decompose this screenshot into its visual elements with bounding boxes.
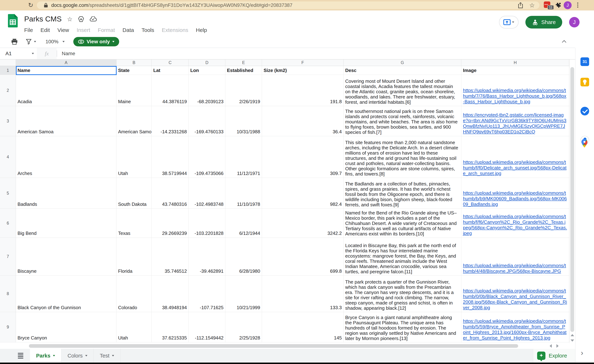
cell-desc[interactable]: Located in Biscayne Bay, this park at th… bbox=[344, 238, 461, 276]
cell-desc[interactable]: This site features more than 2,000 natur… bbox=[344, 136, 461, 178]
menu-extensions[interactable]: Extensions bbox=[162, 27, 188, 33]
tab-parks[interactable]: Parks bbox=[30, 349, 61, 363]
cell-name[interactable]: Big Bend bbox=[16, 209, 116, 238]
cell-desc[interactable]: Bryce Canyon is a giant natural amphithe… bbox=[344, 312, 461, 342]
print-icon[interactable] bbox=[11, 39, 18, 45]
cell-established[interactable]: 2/25/1928 bbox=[225, 312, 262, 342]
cell-established[interactable]: 10/21/1999 bbox=[225, 276, 262, 312]
cell-lon[interactable]: -103.2201828 bbox=[189, 209, 225, 238]
column-header-c[interactable]: C bbox=[152, 60, 189, 66]
browser-profile-avatar[interactable]: J bbox=[564, 1, 572, 9]
tab-colors-caret-icon[interactable] bbox=[85, 355, 87, 357]
address-bar[interactable]: docs.google.com/spreadsheets/d/1gjttBIT4… bbox=[37, 1, 540, 9]
row-number[interactable]: 5 bbox=[0, 178, 16, 209]
present-export-button[interactable] bbox=[499, 16, 519, 28]
cell-state[interactable]: Maine bbox=[116, 75, 152, 106]
cell-established[interactable]: 2/26/1919 bbox=[225, 75, 262, 106]
cell-header-established[interactable]: Established bbox=[225, 66, 262, 75]
cell-image-link[interactable]: https://upload.wikimedia.org/wikipedia/c… bbox=[461, 159, 569, 178]
cell-state[interactable]: Florida bbox=[116, 238, 152, 276]
keep-icon[interactable] bbox=[580, 78, 589, 86]
menu-help[interactable]: Help bbox=[196, 27, 207, 33]
cell-desc[interactable]: The Badlands are a collection of buttes,… bbox=[344, 178, 461, 209]
vertical-scrollbar[interactable] bbox=[569, 60, 575, 343]
column-header-g[interactable]: G bbox=[344, 60, 461, 66]
cell-name[interactable]: Arches bbox=[16, 136, 116, 178]
cell-header-name[interactable]: Name bbox=[16, 66, 116, 75]
cell-established[interactable]: 11/12/1971 bbox=[225, 136, 262, 178]
cell-lat[interactable]: 35.746512 bbox=[152, 238, 189, 276]
formula-input[interactable]: Name bbox=[62, 51, 75, 56]
cell-state[interactable]: American Samoa bbox=[116, 106, 152, 136]
cell-image-link[interactable]: https://upload.wikimedia.org/wikipedia/c… bbox=[461, 288, 569, 312]
cell-header-lat[interactable]: Lat bbox=[152, 66, 189, 75]
vertical-scrollbar-thumb[interactable] bbox=[570, 67, 574, 332]
cell-established[interactable]: 6/12/1944 bbox=[225, 209, 262, 238]
cell-state[interactable]: Utah bbox=[116, 312, 152, 342]
sheets-logo-icon[interactable] bbox=[8, 14, 18, 27]
column-header-b[interactable]: B bbox=[116, 60, 152, 66]
cell-image[interactable]: https://upload.wikimedia.org/wikipedia/c… bbox=[461, 276, 569, 312]
name-box-caret-icon[interactable] bbox=[32, 53, 34, 54]
cell-header-state[interactable]: State bbox=[116, 66, 152, 75]
column-header-d[interactable]: D bbox=[189, 60, 225, 66]
tab-test-caret-icon[interactable] bbox=[112, 355, 114, 357]
tab-test[interactable]: Test bbox=[94, 349, 121, 363]
zoom-control[interactable]: 100% bbox=[46, 39, 65, 45]
row-number[interactable]: 4 bbox=[0, 136, 16, 178]
cell-size[interactable]: 36.4 bbox=[262, 106, 344, 136]
add-shortcut-icon[interactable] bbox=[78, 16, 84, 22]
cell-image-link[interactable]: https://upload.wikimedia.org/wikipedia/c… bbox=[461, 190, 569, 209]
reload-icon[interactable]: ↻ bbox=[27, 1, 35, 9]
row-number[interactable]: 2 bbox=[0, 75, 16, 106]
cell-state[interactable]: Utah bbox=[116, 136, 152, 178]
cell-state[interactable]: Colorado bbox=[116, 276, 152, 312]
cell-size[interactable]: 133.3 bbox=[262, 276, 344, 312]
view-only-button[interactable]: View only bbox=[73, 37, 119, 46]
cell-name[interactable]: Black Canyon of the Gunnison bbox=[16, 276, 116, 312]
column-header-e[interactable]: E bbox=[225, 60, 262, 66]
share-button[interactable]: Share bbox=[525, 16, 562, 28]
row-number[interactable]: 1 bbox=[0, 66, 16, 75]
cell-lat[interactable]: 43.7480316 bbox=[152, 178, 189, 209]
cell-desc[interactable]: The park protects a quarter of the Gunni… bbox=[344, 276, 461, 312]
row-number[interactable]: 3 bbox=[0, 106, 16, 136]
tab-colors[interactable]: Colors bbox=[61, 349, 94, 363]
name-box[interactable]: A1 bbox=[0, 48, 37, 59]
filter-icon[interactable] bbox=[26, 39, 31, 44]
cell-lat[interactable]: -14.2331268 bbox=[152, 106, 189, 136]
lock-icon[interactable] bbox=[44, 3, 48, 8]
cell-established[interactable]: 11/10/1978 bbox=[225, 178, 262, 209]
cell-lat[interactable]: 38.4948194 bbox=[152, 276, 189, 312]
cell-image[interactable]: https://upload.wikimedia.org/wikipedia/c… bbox=[461, 312, 569, 342]
column-header-h[interactable]: H bbox=[461, 60, 569, 66]
cell-lon[interactable]: -39.462891 bbox=[189, 238, 225, 276]
row-number[interactable]: 6 bbox=[0, 209, 16, 238]
cell-name[interactable]: Bryce Canyon bbox=[16, 312, 116, 342]
filter-caret-icon[interactable] bbox=[34, 41, 36, 42]
cell-image[interactable]: https://encrypted-tbn2.gstatic.com/licen… bbox=[461, 106, 569, 136]
document-title[interactable]: Parks CMS bbox=[24, 15, 61, 23]
all-sheets-icon[interactable] bbox=[15, 349, 26, 363]
explore-button[interactable]: Explore bbox=[533, 349, 575, 363]
scroll-left-icon[interactable] bbox=[550, 344, 552, 348]
cell-lon[interactable]: -102.4983748 bbox=[189, 178, 225, 209]
cell-image-link[interactable]: https://encrypted-tbn2.gstatic.com/licen… bbox=[461, 112, 569, 136]
cell-image[interactable]: https://upload.wikimedia.org/wikipedia/c… bbox=[461, 238, 569, 276]
tasks-icon[interactable] bbox=[580, 107, 589, 115]
cell-name[interactable]: Biscayne bbox=[16, 238, 116, 276]
cell-lon[interactable]: -169.4760133 bbox=[189, 106, 225, 136]
tab-parks-caret-icon[interactable] bbox=[53, 355, 55, 357]
cell-size[interactable]: 145 bbox=[262, 312, 344, 342]
collapse-toolbar-icon[interactable] bbox=[562, 39, 567, 44]
cell-image-link[interactable]: https://upload.wikimedia.org/wikipedia/c… bbox=[461, 214, 569, 238]
cell-size[interactable]: 982.4 bbox=[262, 178, 344, 209]
cell-header-desc[interactable]: Desc bbox=[344, 66, 461, 75]
cell-header-image[interactable]: Image bbox=[461, 66, 569, 75]
cell-desc[interactable]: The southernmost national park is on thr… bbox=[344, 106, 461, 136]
browser-share-icon[interactable] bbox=[518, 2, 523, 8]
cell-state[interactable]: Texas bbox=[116, 209, 152, 238]
cell-lon[interactable]: -107.71625 bbox=[189, 276, 225, 312]
cell-size[interactable]: 309.7 bbox=[262, 136, 344, 178]
cell-header-lon[interactable]: Lon bbox=[189, 66, 225, 75]
